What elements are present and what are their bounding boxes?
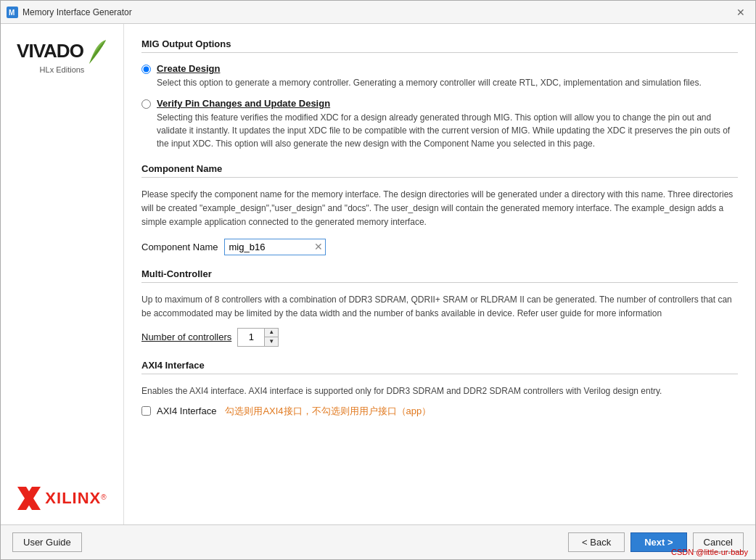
axi4-interface-desc: Enables the AXI4 interface. AXI4 interfa… [141, 384, 738, 398]
number-of-controllers-label: Number of controllers [141, 332, 231, 342]
component-name-desc: Please specify the component name for th… [141, 188, 738, 230]
title-bar-text: Memory Interface Generator [22, 7, 732, 17]
mig-output-options-content: Create Design Select this option to gene… [141, 59, 738, 150]
axi4-interface-note: 勾选则用AXI4接口，不勾选则用用户接口（app） [225, 405, 431, 418]
vivado-leaf-icon [86, 38, 107, 64]
vivado-subtitle: HLx Editions [40, 65, 85, 74]
title-bar: M Memory Interface Generator ✕ [1, 1, 755, 24]
bottom-bar: User Guide < Back Next > Cancel [1, 524, 755, 559]
sidebar: VIVADO HLx Editions [1, 24, 124, 524]
component-name-field-label: Component Name [141, 242, 218, 252]
axi4-interface-checkbox[interactable] [141, 406, 151, 416]
back-button[interactable]: < Back [568, 532, 625, 552]
component-name-clear-icon[interactable]: ✕ [314, 241, 323, 252]
verify-pin-desc: Selecting this feature verifies the modi… [157, 111, 738, 150]
multi-controller-content: Up to maximum of 8 controllers with a co… [141, 289, 738, 347]
next-button[interactable]: Next > [630, 532, 686, 552]
svg-text:M: M [9, 9, 15, 17]
app-icon: M [7, 7, 18, 18]
create-design-option: Create Design Select this option to gene… [141, 63, 738, 89]
mig-output-options-section: MIG Output Options Create Design Select … [141, 38, 738, 150]
close-button[interactable]: ✕ [732, 4, 749, 21]
axi4-interface-section: AXI4 Interface Enables the AXI4 interfac… [141, 360, 738, 418]
verify-pin-label[interactable]: Verify Pin Changes and Update Design [157, 98, 738, 109]
controller-spinner: ▲ ▼ [237, 328, 279, 347]
sidebar-bottom: XILINX® [17, 487, 106, 510]
spinner-down-button[interactable]: ▼ [265, 337, 278, 346]
verify-pin-option: Verify Pin Changes and Update Design Sel… [141, 98, 738, 150]
controller-row: Number of controllers ▲ ▼ [141, 328, 738, 347]
component-name-input[interactable] [224, 239, 326, 255]
controller-count-input[interactable] [238, 330, 264, 344]
xilinx-logo: XILINX® [17, 487, 106, 510]
spinner-buttons: ▲ ▼ [264, 329, 278, 346]
component-name-content: Please specify the component name for th… [141, 184, 738, 255]
component-name-title: Component Name [141, 163, 738, 178]
create-design-desc: Select this option to generate a memory … [157, 76, 702, 89]
axi4-checkbox-row: AXI4 Interface 勾选则用AXI4接口，不勾选则用用户接口（app） [141, 405, 738, 418]
create-design-radio[interactable] [141, 65, 151, 74]
content-area: MIG Output Options Create Design Select … [124, 24, 755, 524]
component-name-input-wrap: ✕ [224, 239, 326, 255]
component-name-row: Component Name ✕ [141, 239, 738, 255]
axi4-interface-title: AXI4 Interface [141, 360, 738, 374]
multi-controller-desc: Up to maximum of 8 controllers with a co… [141, 293, 738, 321]
mig-output-options-title: MIG Output Options [141, 38, 738, 53]
axi4-interface-content: Enables the AXI4 interface. AXI4 interfa… [141, 380, 738, 418]
main-window: M Memory Interface Generator ✕ VIVADO HL… [0, 0, 756, 560]
vivado-logo: VIVADO HLx Editions [17, 38, 107, 74]
bottom-right-buttons: < Back Next > Cancel [568, 532, 744, 552]
create-design-label[interactable]: Create Design [157, 63, 702, 74]
spinner-up-button[interactable]: ▲ [265, 329, 278, 337]
verify-pin-radio[interactable] [141, 99, 151, 109]
axi4-interface-checkbox-label: AXI4 Interface [157, 405, 216, 416]
user-guide-button[interactable]: User Guide [12, 532, 82, 552]
xilinx-text: XILINX® [45, 489, 106, 508]
multi-controller-title: Multi-Controller [141, 268, 738, 283]
multi-controller-section: Multi-Controller Up to maximum of 8 cont… [141, 268, 738, 347]
component-name-section: Component Name Please specify the compon… [141, 163, 738, 255]
cancel-button[interactable]: Cancel [693, 532, 744, 552]
xilinx-x-icon [17, 487, 41, 510]
vivado-text: VIVADO [17, 40, 83, 62]
